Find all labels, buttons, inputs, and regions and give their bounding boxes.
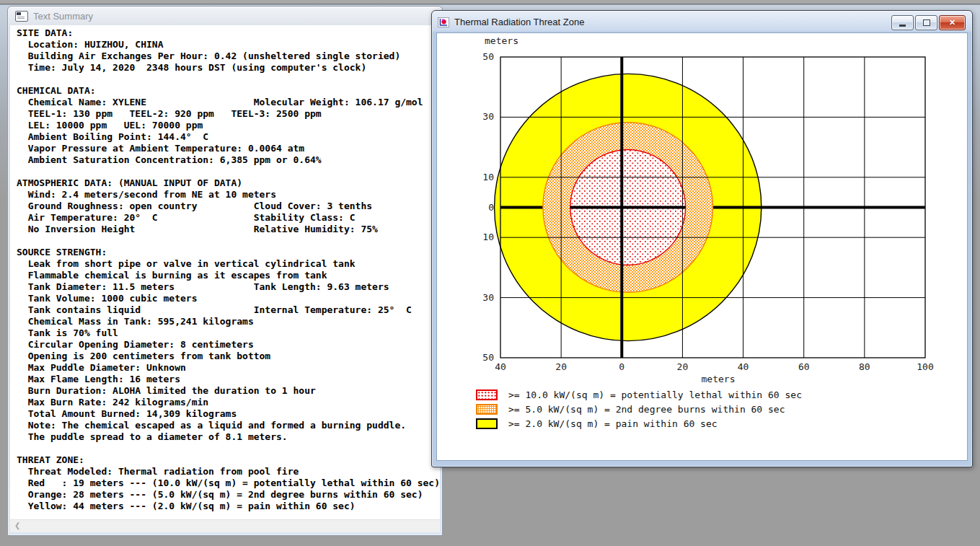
x-tick-label: 80 — [859, 361, 870, 372]
legend-label-orange: >= 5.0 kW/(sq m) = 2nd degree burns with… — [508, 404, 785, 415]
y-axis-unit-label: meters — [485, 35, 518, 46]
y-tick-label: 50 — [482, 352, 494, 363]
x-tick-label: 0 — [619, 361, 624, 372]
text-summary-text: SITE DATA: Location: HUIZHOU, CHINA Buil… — [10, 25, 440, 512]
close-icon: ✕ — [949, 19, 955, 27]
plot-legend: >= 10.0 kW/(sq m) = potentially lethal w… — [476, 387, 802, 431]
restore-icon — [923, 19, 930, 26]
y-tick-label: 0 — [488, 202, 494, 213]
threat-zone-content-area: 50301001030504020020406080100metersmeter… — [436, 32, 968, 461]
document-icon — [15, 11, 28, 22]
scroll-left-arrow-icon[interactable]: ❮ — [14, 521, 20, 529]
y-tick-label: 10 — [482, 232, 494, 242]
x-tick-label: 100 — [917, 361, 933, 372]
legend-label-yellow: >= 2.0 kW/(sq m) = pain within 60 sec — [508, 418, 718, 429]
text-summary-window: Text Summary SITE DATA: Location: HUIZHO… — [7, 6, 443, 536]
x-tick-label: 40 — [738, 361, 749, 372]
window-controls: ✕ — [891, 15, 966, 30]
legend-swatch-yellow — [476, 418, 498, 429]
legend-item-orange: >= 5.0 kW/(sq m) = 2nd degree burns with… — [476, 402, 802, 416]
legend-item-red: >= 10.0 kW/(sq m) = potentially lethal w… — [476, 387, 802, 402]
threat-zone-plot-icon — [438, 17, 449, 28]
x-tick-label: 20 — [555, 361, 567, 372]
threat-zone-title: Thermal Radiation Threat Zone — [454, 17, 584, 27]
minimize-button[interactable] — [891, 15, 914, 30]
y-tick-label: 50 — [482, 51, 494, 62]
legend-swatch-orange — [476, 404, 498, 415]
x-tick-label: 20 — [677, 361, 689, 372]
horizontal-scrollbar[interactable]: ❮ — [10, 519, 440, 532]
restore-button[interactable] — [915, 15, 937, 30]
threat-zone-titlebar[interactable]: Thermal Radiation Threat Zone ✕ — [432, 11, 972, 32]
text-summary-content-area: SITE DATA: Location: HUIZHOU, CHINA Buil… — [10, 25, 440, 520]
x-axis-unit-label: meters — [702, 374, 736, 384]
y-tick-label: 30 — [482, 292, 494, 303]
close-button[interactable]: ✕ — [939, 15, 966, 30]
text-summary-titlebar[interactable]: Text Summary — [8, 6, 442, 25]
legend-item-yellow: >= 2.0 kW/(sq m) = pain within 60 sec — [476, 416, 802, 431]
legend-swatch-red — [476, 389, 498, 400]
y-tick-label: 30 — [482, 111, 494, 122]
x-tick-label: 60 — [798, 361, 810, 372]
minimize-icon — [899, 25, 906, 27]
y-tick-label: 10 — [482, 172, 494, 182]
threat-zone-window: Thermal Radiation Threat Zone ✕ 50301001… — [431, 10, 973, 467]
x-tick-label: 40 — [495, 361, 506, 372]
text-summary-title: Text Summary — [33, 11, 93, 22]
legend-label-red: >= 10.0 kW/(sq m) = potentially lethal w… — [508, 389, 802, 400]
